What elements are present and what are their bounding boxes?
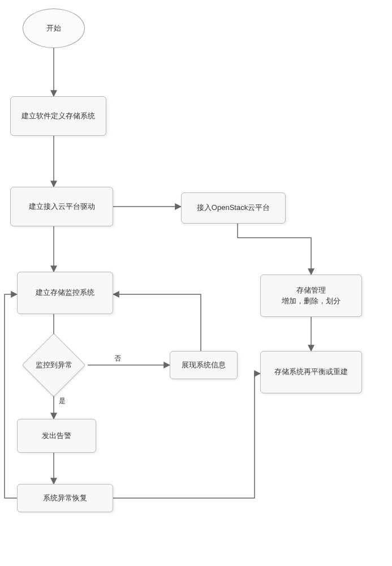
storage-mgmt-node: 存储管理 增加，删除，划分 bbox=[260, 275, 362, 317]
build-driver-label: 建立接入云平台驱动 bbox=[29, 201, 95, 212]
recover-node: 系统异常恢复 bbox=[17, 484, 113, 512]
build-sds-node: 建立软件定义存储系统 bbox=[10, 96, 106, 136]
edge-yes-label: 是 bbox=[58, 396, 67, 406]
alarm-node: 发出告警 bbox=[17, 419, 96, 453]
connect-openstack-node: 接入OpenStack云平台 bbox=[181, 192, 286, 224]
start-label: 开始 bbox=[46, 23, 61, 33]
build-sds-label: 建立软件定义存储系统 bbox=[21, 111, 95, 121]
decision-node: 监控到异常 bbox=[31, 342, 76, 388]
build-monitor-label: 建立存储监控系统 bbox=[36, 288, 94, 298]
alarm-label: 发出告警 bbox=[42, 431, 71, 441]
storage-mgmt-label: 存储管理 增加，删除，划分 bbox=[282, 285, 341, 306]
edge-no-label: 否 bbox=[113, 354, 122, 363]
show-info-node: 展现系统信息 bbox=[170, 351, 238, 379]
show-info-label: 展现系统信息 bbox=[182, 360, 226, 370]
start-node: 开始 bbox=[23, 8, 85, 48]
build-monitor-node: 建立存储监控系统 bbox=[17, 272, 113, 314]
decision-label: 监控到异常 bbox=[36, 360, 72, 370]
rebalance-label: 存储系统再平衡或重建 bbox=[274, 367, 348, 377]
recover-label: 系统异常恢复 bbox=[43, 493, 87, 503]
rebalance-node: 存储系统再平衡或重建 bbox=[260, 351, 362, 393]
connect-openstack-label: 接入OpenStack云平台 bbox=[197, 203, 270, 213]
build-driver-node: 建立接入云平台驱动 bbox=[10, 187, 113, 226]
